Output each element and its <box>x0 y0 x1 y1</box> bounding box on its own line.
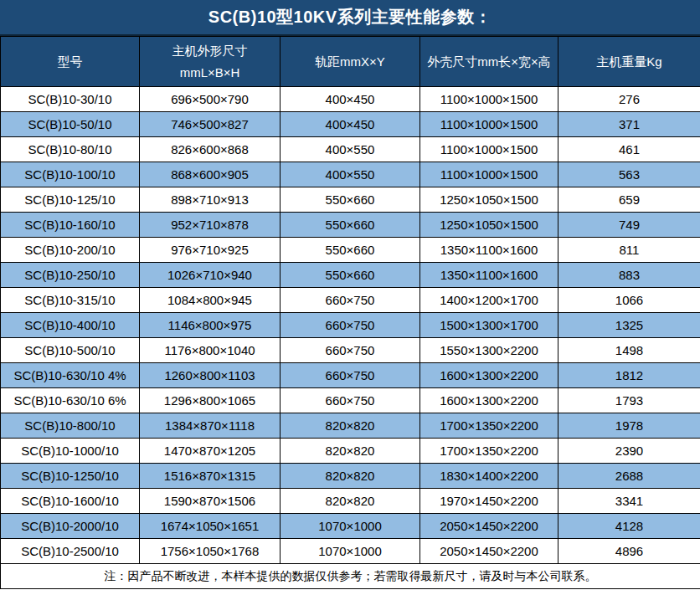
table-row: SC(B)10-250/101026×710×940550×6601350×11… <box>1 263 700 288</box>
value-cell: 659 <box>558 187 700 213</box>
value-cell: 1500×1300×1700 <box>420 313 558 338</box>
value-cell: 2688 <box>558 464 700 489</box>
value-cell: 1830×1400×2200 <box>420 464 558 489</box>
value-cell: 1070×1000 <box>281 514 420 539</box>
value-cell: 550×660 <box>281 238 420 263</box>
col-header-weight: 主机重量Kg <box>558 37 700 87</box>
value-cell: 1550×1300×2200 <box>420 338 558 363</box>
model-cell: SC(B)10-200/10 <box>1 238 140 263</box>
col-header-rail-gauge-label: 轨距mmX×Y <box>281 51 419 73</box>
table-row: SC(B)10-2500/101756×1050×17681070×100020… <box>1 539 700 564</box>
table-row: SC(B)10-1600/101590×870×1506820×8201970×… <box>1 489 700 514</box>
value-cell: 868×600×905 <box>140 162 281 187</box>
value-cell: 820×820 <box>281 439 420 464</box>
model-cell: SC(B)10-125/10 <box>1 187 140 213</box>
model-cell: SC(B)10-800/10 <box>1 413 140 439</box>
value-cell: 2390 <box>558 439 700 464</box>
value-cell: 2050×1450×2200 <box>420 539 558 564</box>
value-cell: 1100×1000×1500 <box>420 137 558 162</box>
header-row: 型号 主机外形尺寸 mmL×B×H 轨距mmX×Y 外壳尺寸mm长×宽×高 主机… <box>1 37 700 87</box>
value-cell: 1100×1000×1500 <box>420 162 558 187</box>
value-cell: 820×820 <box>281 489 420 514</box>
value-cell: 1384×870×1118 <box>140 413 281 439</box>
value-cell: 820×820 <box>281 413 420 439</box>
value-cell: 2050×1450×2200 <box>420 514 558 539</box>
value-cell: 1146×800×975 <box>140 313 281 338</box>
model-cell: SC(B)10-50/10 <box>1 112 140 137</box>
value-cell: 550×660 <box>281 213 420 238</box>
value-cell: 660×750 <box>281 363 420 388</box>
table-row: SC(B)10-1000/101470×870×1205820×8201700×… <box>1 439 700 464</box>
col-header-weight-label: 主机重量Kg <box>558 51 700 73</box>
value-cell: 4896 <box>558 539 700 564</box>
table-row: SC(B)10-630/10 4%1260×800×1103660×750160… <box>1 363 700 388</box>
col-header-main-dimensions-line2: mmL×B×H <box>140 62 280 84</box>
value-cell: 1100×1000×1500 <box>420 112 558 137</box>
value-cell: 1600×1300×2200 <box>420 388 558 413</box>
col-header-enclosure-dimensions-label: 外壳尺寸mm长×宽×高 <box>420 51 558 73</box>
model-cell: SC(B)10-30/10 <box>1 87 140 112</box>
value-cell: 952×710×878 <box>140 213 281 238</box>
col-header-model: 型号 <box>1 37 140 87</box>
value-cell: 1590×870×1506 <box>140 489 281 514</box>
value-cell: 400×550 <box>281 162 420 187</box>
model-cell: SC(B)10-315/10 <box>1 288 140 313</box>
value-cell: 4128 <box>558 514 700 539</box>
model-cell: SC(B)10-100/10 <box>1 162 140 187</box>
page-title: SC(B)10型10KV系列主要性能参数： <box>0 0 700 36</box>
value-cell: 1260×800×1103 <box>140 363 281 388</box>
table-row: SC(B)10-630/10 6%1296×800×1065660×750160… <box>1 388 700 413</box>
value-cell: 461 <box>558 137 700 162</box>
value-cell: 3341 <box>558 489 700 514</box>
value-cell: 1978 <box>558 413 700 439</box>
col-header-main-dimensions: 主机外形尺寸 mmL×B×H <box>140 37 281 87</box>
value-cell: 400×450 <box>281 87 420 112</box>
value-cell: 1470×870×1205 <box>140 439 281 464</box>
model-cell: SC(B)10-1250/10 <box>1 464 140 489</box>
value-cell: 371 <box>558 112 700 137</box>
value-cell: 1084×800×945 <box>140 288 281 313</box>
table-body: SC(B)10-30/10696×500×790400×4501100×1000… <box>1 87 700 564</box>
value-cell: 550×660 <box>281 263 420 288</box>
table-row: SC(B)10-500/101176×800×1040660×7501550×1… <box>1 338 700 363</box>
value-cell: 1296×800×1065 <box>140 388 281 413</box>
value-cell: 1176×800×1040 <box>140 338 281 363</box>
value-cell: 749 <box>558 213 700 238</box>
model-cell: SC(B)10-2500/10 <box>1 539 140 564</box>
model-cell: SC(B)10-630/10 4% <box>1 363 140 388</box>
table-row: SC(B)10-800/101384×870×1118820×8201700×1… <box>1 413 700 439</box>
value-cell: 826×600×868 <box>140 137 281 162</box>
value-cell: 660×750 <box>281 338 420 363</box>
model-cell: SC(B)10-1000/10 <box>1 439 140 464</box>
table-row: SC(B)10-30/10696×500×790400×4501100×1000… <box>1 87 700 112</box>
value-cell: 276 <box>558 87 700 112</box>
table-row: SC(B)10-80/10826×600×868400×5501100×1000… <box>1 137 700 162</box>
model-cell: SC(B)10-1600/10 <box>1 489 140 514</box>
value-cell: 1350×1100×1600 <box>420 263 558 288</box>
value-cell: 1325 <box>558 313 700 338</box>
value-cell: 976×710×925 <box>140 238 281 263</box>
value-cell: 1756×1050×1768 <box>140 539 281 564</box>
model-cell: SC(B)10-250/10 <box>1 263 140 288</box>
value-cell: 1250×1050×1500 <box>420 213 558 238</box>
value-cell: 550×660 <box>281 187 420 213</box>
value-cell: 1793 <box>558 388 700 413</box>
value-cell: 898×710×913 <box>140 187 281 213</box>
value-cell: 400×450 <box>281 112 420 137</box>
table-row: SC(B)10-400/101146×800×975660×7501500×13… <box>1 313 700 338</box>
table-row: SC(B)10-200/10976×710×925550×6601350×110… <box>1 238 700 263</box>
table-row: SC(B)10-50/10746×500×827400×4501100×1000… <box>1 112 700 137</box>
value-cell: 1250×1050×1500 <box>420 187 558 213</box>
value-cell: 1674×1050×1651 <box>140 514 281 539</box>
col-header-main-dimensions-line1: 主机外形尺寸 <box>140 40 280 62</box>
value-cell: 746×500×827 <box>140 112 281 137</box>
table-row: SC(B)10-125/10898×710×913550×6601250×105… <box>1 187 700 213</box>
value-cell: 1970×1450×2200 <box>420 489 558 514</box>
table-row: SC(B)10-315/101084×800×945660×7501400×12… <box>1 288 700 313</box>
value-cell: 1700×1350×2200 <box>420 413 558 439</box>
table-row: SC(B)10-2000/101674×1050×16511070×100020… <box>1 514 700 539</box>
value-cell: 1100×1000×1500 <box>420 87 558 112</box>
value-cell: 1400×1200×1700 <box>420 288 558 313</box>
value-cell: 1498 <box>558 338 700 363</box>
note-text: 注：因产品不断改进，本样本提供的数据仅供参考；若需取得最新尺寸，请及时与本公司联… <box>1 564 700 589</box>
